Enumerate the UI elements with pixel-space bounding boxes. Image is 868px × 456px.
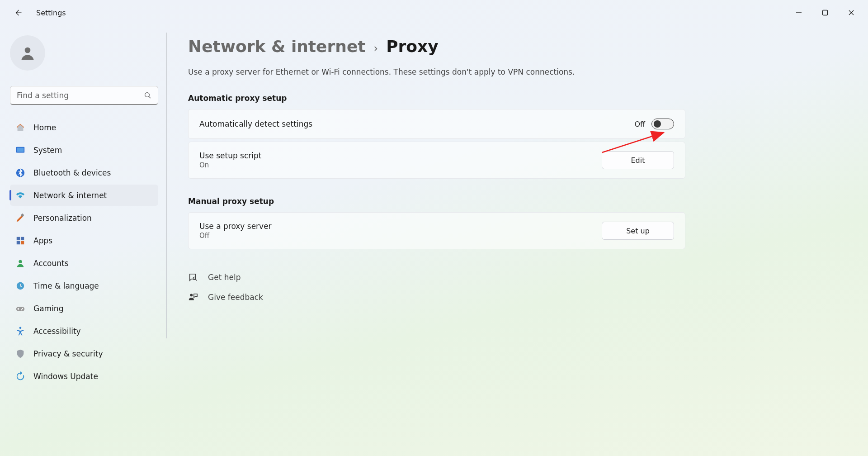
get-help-link[interactable]: Get help: [188, 267, 685, 287]
card-setup-script: Use setup script On Edit: [188, 142, 685, 179]
page-title: Proxy: [386, 37, 439, 56]
svg-rect-13: [16, 307, 24, 311]
card-auto-detect: Automatically detect settings Off: [188, 109, 685, 139]
sidebar-item-accounts[interactable]: Accounts: [10, 252, 158, 274]
sidebar-divider: [166, 33, 167, 338]
section-title-manual: Manual proxy setup: [188, 197, 685, 206]
svg-point-18: [190, 294, 193, 296]
sidebar-item-label: Gaming: [33, 304, 63, 313]
search-wrap: [10, 86, 158, 105]
svg-rect-9: [17, 241, 20, 244]
svg-rect-8: [21, 237, 24, 240]
gamepad-icon: [15, 304, 25, 314]
system-icon: [15, 145, 25, 155]
help-icon: [188, 272, 198, 282]
apps-icon: [15, 236, 25, 246]
accessibility-icon: [15, 326, 25, 336]
setup-script-label: Use setup script: [199, 151, 602, 160]
sidebar-item-label: Accessibility: [33, 327, 81, 336]
svg-point-15: [21, 309, 22, 310]
search-input[interactable]: [10, 86, 158, 105]
sidebar-item-label: Windows Update: [33, 372, 98, 381]
avatar[interactable]: [10, 35, 45, 71]
close-icon: [848, 10, 854, 16]
svg-point-16: [19, 327, 22, 329]
sidebar-item-label: Bluetooth & devices: [33, 168, 111, 177]
search-icon: [144, 91, 152, 100]
arrow-left-icon: [14, 9, 22, 17]
sidebar-item-label: Home: [33, 123, 56, 132]
sidebar-item-time[interactable]: Time & language: [10, 275, 158, 296]
minimize-button[interactable]: [786, 0, 812, 25]
sidebar-item-accessibility[interactable]: Accessibility: [10, 320, 158, 342]
back-button[interactable]: [12, 6, 24, 19]
sidebar-item-apps[interactable]: Apps: [10, 230, 158, 251]
svg-point-11: [19, 260, 22, 263]
maximize-icon: [822, 10, 828, 16]
window-controls: [786, 0, 864, 25]
user-icon: [19, 45, 36, 61]
main: Network & internet › Proxy Use a proxy s…: [167, 25, 868, 456]
sidebar-item-label: Network & internet: [33, 191, 107, 200]
svg-rect-10: [21, 241, 24, 244]
give-feedback-link[interactable]: Give feedback: [188, 287, 685, 307]
accounts-icon: [15, 258, 25, 268]
svg-rect-4: [17, 147, 24, 152]
titlebar: Settings: [0, 0, 868, 25]
manual-proxy-label: Use a proxy server: [199, 222, 602, 231]
setup-button[interactable]: Set up: [602, 222, 674, 240]
auto-detect-label: Automatically detect settings: [199, 119, 634, 128]
auto-detect-state: Off: [634, 120, 645, 128]
home-icon: [15, 123, 25, 133]
maximize-button[interactable]: [812, 0, 838, 25]
breadcrumb-parent[interactable]: Network & internet: [188, 37, 366, 56]
sidebar-item-system[interactable]: System: [10, 139, 158, 161]
brush-icon: [15, 213, 25, 223]
svg-point-1: [25, 48, 31, 53]
get-help-label: Get help: [208, 273, 241, 282]
section-title-auto: Automatic proxy setup: [188, 94, 685, 103]
manual-proxy-state: Off: [199, 232, 602, 240]
sidebar-item-label: Apps: [33, 236, 52, 245]
card-manual-proxy: Use a proxy server Off Set up: [188, 212, 685, 249]
sidebar-item-label: Privacy & security: [33, 349, 103, 358]
clock-icon: [15, 281, 25, 291]
sidebar-item-label: System: [33, 146, 62, 155]
sidebar-nav: Home System Bluetooth & devices Network …: [10, 117, 158, 387]
sidebar: Home System Bluetooth & devices Network …: [0, 25, 167, 456]
give-feedback-label: Give feedback: [208, 293, 263, 302]
minimize-icon: [796, 10, 802, 16]
setup-script-state: On: [199, 161, 602, 169]
toggle-knob: [654, 120, 661, 128]
window-title: Settings: [36, 9, 66, 17]
feedback-icon: [188, 292, 198, 302]
update-icon: [15, 371, 25, 381]
chevron-right-icon: ›: [374, 42, 378, 55]
sidebar-item-gaming[interactable]: Gaming: [10, 298, 158, 319]
sidebar-item-personalization[interactable]: Personalization: [10, 207, 158, 228]
page-subtext: Use a proxy server for Ethernet or Wi-Fi…: [188, 67, 685, 76]
sidebar-item-privacy[interactable]: Privacy & security: [10, 343, 158, 364]
bluetooth-icon: [15, 168, 25, 178]
edit-button[interactable]: Edit: [602, 151, 674, 169]
sidebar-item-bluetooth[interactable]: Bluetooth & devices: [10, 162, 158, 183]
svg-rect-0: [823, 10, 828, 15]
auto-detect-toggle[interactable]: [651, 119, 674, 129]
sidebar-item-network[interactable]: Network & internet: [10, 185, 158, 206]
sidebar-item-home[interactable]: Home: [10, 117, 158, 138]
shield-icon: [15, 349, 25, 359]
svg-point-2: [145, 93, 150, 97]
sidebar-item-update[interactable]: Windows Update: [10, 366, 158, 387]
close-button[interactable]: [838, 0, 864, 25]
sidebar-item-label: Time & language: [33, 281, 99, 290]
svg-point-14: [22, 308, 23, 309]
svg-rect-7: [17, 237, 20, 240]
sidebar-item-label: Accounts: [33, 259, 69, 268]
breadcrumb: Network & internet › Proxy: [188, 37, 685, 56]
wifi-icon: [15, 190, 25, 200]
sidebar-item-label: Personalization: [33, 214, 92, 223]
